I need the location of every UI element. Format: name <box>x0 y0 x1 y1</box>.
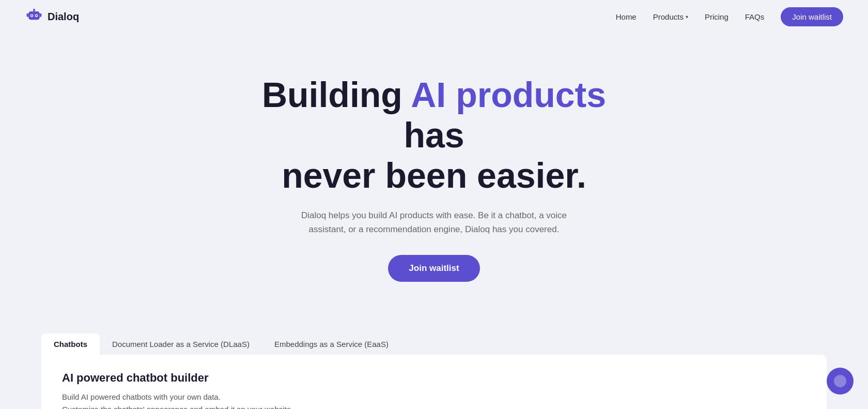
svg-point-4 <box>31 15 33 17</box>
hero-title: Building AI products hasnever been easie… <box>233 74 636 196</box>
navbar: Dialoq Home Products ▾ Pricing FAQs Join… <box>0 0 868 33</box>
svg-rect-1 <box>28 11 40 20</box>
tab-dlaas[interactable]: Document Loader as a Service (DLaaS) <box>100 334 262 355</box>
tab-chatbots[interactable]: Chatbots <box>41 334 100 355</box>
tabs-bar: Chatbots Document Loader as a Service (D… <box>41 334 827 355</box>
brand-name: Dialoq <box>48 11 79 23</box>
hero-section: Building AI products hasnever been easie… <box>0 33 868 313</box>
hero-join-waitlist-button[interactable]: Join waitlist <box>388 255 479 282</box>
hero-title-highlight: AI products <box>411 75 606 114</box>
chat-bubble-inner <box>834 375 846 387</box>
nav-links: Home Products ▾ Pricing FAQs Join waitli… <box>616 7 843 26</box>
svg-rect-6 <box>27 13 29 17</box>
chevron-down-icon: ▾ <box>686 14 688 20</box>
svg-point-5 <box>36 15 37 17</box>
panel-title: AI powered chatbot builder <box>62 371 806 385</box>
svg-rect-0 <box>33 9 35 11</box>
nav-faqs[interactable]: FAQs <box>745 12 765 21</box>
chat-bubble-button[interactable] <box>827 368 854 395</box>
nav-join-waitlist-button[interactable]: Join waitlist <box>781 7 843 26</box>
logo[interactable]: Dialoq <box>25 7 79 26</box>
tab-eaas[interactable]: Embeddings as a Service (EaaS) <box>262 334 401 355</box>
content-panel: AI powered chatbot builder Build AI powe… <box>41 355 827 409</box>
nav-pricing[interactable]: Pricing <box>705 12 729 21</box>
panel-description: Build AI powered chatbots with your own … <box>62 391 806 409</box>
nav-home[interactable]: Home <box>616 12 637 21</box>
nav-products[interactable]: Products ▾ <box>653 12 688 21</box>
logo-icon <box>25 7 43 26</box>
hero-subtitle: Dialoq helps you build AI products with … <box>300 208 568 236</box>
tabs-section: Chatbots Document Loader as a Service (D… <box>0 313 868 409</box>
svg-rect-7 <box>40 13 42 17</box>
hero-title-part2: hasnever been easier. <box>282 115 586 195</box>
hero-title-part1: Building <box>262 75 411 114</box>
